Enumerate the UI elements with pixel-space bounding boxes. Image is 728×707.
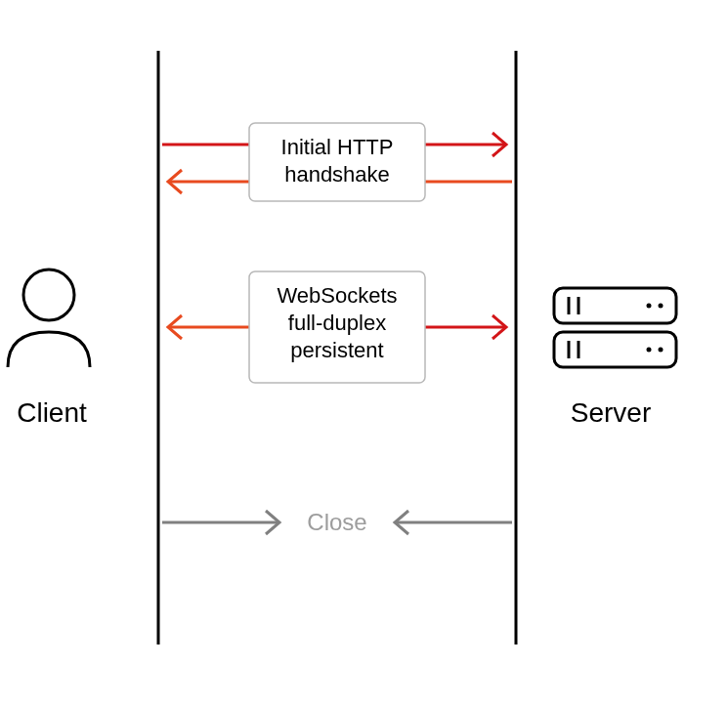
server-label: Server bbox=[571, 397, 651, 428]
svg-point-5 bbox=[659, 304, 664, 309]
duplex-text-line1: WebSockets bbox=[277, 283, 397, 308]
client-label: Client bbox=[17, 397, 87, 428]
svg-rect-1 bbox=[554, 288, 676, 323]
duplex-left-arrow bbox=[168, 315, 249, 339]
duplex-text-line3: persistent bbox=[290, 338, 383, 362]
close-label: Close bbox=[307, 509, 366, 535]
duplex-right-arrow bbox=[425, 315, 506, 339]
duplex-text-line2: full-duplex bbox=[288, 311, 386, 335]
handshake-text-line1: Initial HTTP bbox=[281, 135, 394, 159]
svg-point-4 bbox=[647, 304, 652, 309]
close-left-arrow bbox=[162, 511, 279, 534]
svg-point-10 bbox=[659, 348, 664, 353]
svg-point-9 bbox=[647, 348, 652, 353]
svg-point-0 bbox=[23, 270, 74, 320]
server-icon bbox=[554, 288, 676, 367]
svg-rect-6 bbox=[554, 332, 676, 367]
close-right-arrow bbox=[395, 511, 512, 534]
user-icon bbox=[8, 270, 90, 367]
handshake-text-line2: handshake bbox=[284, 162, 390, 187]
